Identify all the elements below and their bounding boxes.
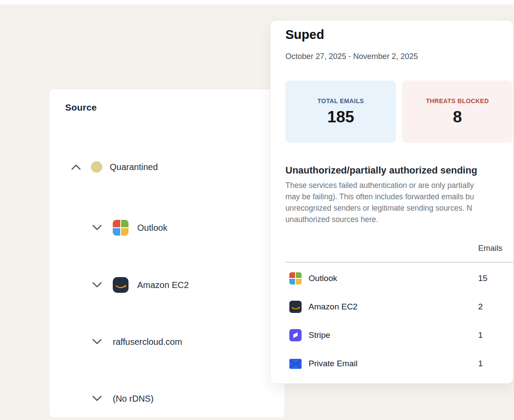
tree-label[interactable]: raffusercloud.com <box>113 337 182 347</box>
source-name: Stripe <box>309 330 330 340</box>
stat-label: THREATS BLOCKED <box>426 97 489 104</box>
table-row: Amazon EC2 2 <box>285 298 513 316</box>
source-email-count: 15 <box>478 274 487 283</box>
tree-label[interactable]: (No rDNS) <box>113 394 153 404</box>
source-email-count: 1 <box>478 359 483 368</box>
table-row: Outlook 15 <box>285 270 513 287</box>
stat-value: 8 <box>453 108 462 126</box>
description-line: These services failed authentication or … <box>285 180 474 191</box>
report-date-range: October 27, 2025 - November 2, 2025 <box>285 52 418 61</box>
source-name: Private Email <box>309 359 358 368</box>
emails-column-header: Emails <box>478 243 503 253</box>
stat-label: TOTAL EMAILS <box>317 97 364 104</box>
tree-label[interactable]: Amazon EC2 <box>137 280 189 290</box>
chevron-down-icon[interactable] <box>92 396 102 402</box>
chevron-down-icon[interactable] <box>92 225 102 231</box>
chevron-up-icon[interactable] <box>71 164 81 170</box>
private-email-icon <box>289 358 302 370</box>
stats-row: TOTAL EMAILS 185 THREATS BLOCKED 8 <box>285 80 513 143</box>
tree-row-amazon-ec2[interactable]: Amazon EC2 <box>92 277 189 293</box>
tree-row-outlook[interactable]: Outlook <box>92 219 167 236</box>
table-divider <box>285 262 513 263</box>
tree-label[interactable]: Quarantined <box>110 162 158 172</box>
tree-label[interactable]: Outlook <box>137 223 167 233</box>
tree-row-no-rdns[interactable]: (No rDNS) <box>92 390 153 407</box>
tree-row-raffusercloud[interactable]: raffusercloud.com <box>92 333 182 350</box>
table-row: Stripe 1 <box>285 326 513 344</box>
quarantined-status-dot <box>91 161 102 173</box>
microsoft-icon <box>113 220 128 236</box>
section-heading: Unauthorized/partially authorized sendin… <box>285 165 477 176</box>
chevron-down-icon[interactable] <box>92 282 102 288</box>
amazon-icon <box>289 301 302 313</box>
source-name: Outlook <box>309 274 337 283</box>
tree-row-quarantined[interactable]: Quarantined <box>71 159 158 175</box>
report-title: Suped <box>285 28 324 42</box>
microsoft-icon <box>289 272 302 285</box>
source-panel-title: Source <box>65 102 97 113</box>
stat-value: 185 <box>327 108 354 126</box>
source-name: Amazon EC2 <box>309 302 358 312</box>
top-white-strip <box>0 0 514 4</box>
description-line: may be failing). This often includes for… <box>285 191 474 202</box>
suped-report-card: Suped October 27, 2025 - November 2, 202… <box>270 20 514 384</box>
amazon-icon <box>113 277 128 293</box>
table-row: Private Email 1 <box>285 355 513 372</box>
description-line: unrecognized senders or legitimate sendi… <box>285 202 474 214</box>
stat-card-threats-blocked: THREATS BLOCKED 8 <box>402 80 513 143</box>
stat-card-total-emails: TOTAL EMAILS 185 <box>285 80 396 143</box>
stripe-icon <box>289 329 302 341</box>
chevron-down-icon[interactable] <box>92 339 102 345</box>
source-email-count: 2 <box>478 302 483 312</box>
source-email-count: 1 <box>478 330 483 340</box>
description-line: unauthorized sources here. <box>285 214 474 225</box>
section-description: These services failed authentication or … <box>285 180 474 225</box>
source-panel: Source Quarantined Outlook Amazon EC2 <box>49 89 285 418</box>
